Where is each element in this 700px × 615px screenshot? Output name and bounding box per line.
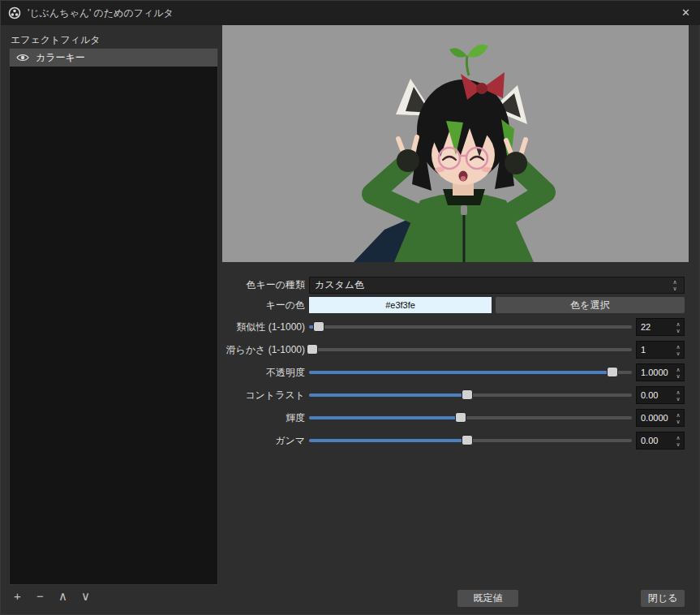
similarity-label: 類似性 (1-1000) bbox=[167, 321, 305, 333]
slider-fill bbox=[309, 371, 612, 374]
remove-filter-button[interactable]: − bbox=[33, 587, 47, 605]
slider-handle[interactable] bbox=[462, 435, 473, 445]
effect-filters-header: エフェクトフィルタ bbox=[11, 33, 101, 47]
similarity-value: 22 bbox=[637, 319, 672, 335]
opacity-value: 1.0000 bbox=[637, 364, 672, 381]
opacity-slider[interactable] bbox=[309, 363, 632, 381]
character-illustration bbox=[222, 25, 689, 262]
smoothness-spinbox[interactable]: 1 ∧∨ bbox=[636, 341, 685, 359]
spinner-arrows-icon[interactable]: ∧∨ bbox=[672, 432, 684, 449]
filter-list[interactable]: カラーキー bbox=[9, 48, 218, 585]
spinner-arrows-icon[interactable]: ∧∨ bbox=[672, 364, 684, 381]
eye-icon[interactable] bbox=[16, 53, 29, 62]
similarity-slider[interactable] bbox=[309, 318, 632, 336]
minus-icon: − bbox=[37, 589, 44, 603]
brightness-label: 輝度 bbox=[167, 412, 305, 424]
gamma-slider[interactable] bbox=[309, 432, 632, 449]
slider-handle[interactable] bbox=[455, 412, 466, 423]
plus-icon: + bbox=[14, 589, 21, 603]
opacity-label: 不透明度 bbox=[167, 367, 305, 378]
filters-dialog: 'じぶんちゃん' のためのフィルタ ✕ エフェクトフィルタ カラーキー + − … bbox=[0, 0, 700, 615]
slider-fill bbox=[309, 394, 467, 397]
combo-selected-value: カスタム色 bbox=[315, 277, 364, 293]
spinner-arrows-icon[interactable]: ∧∨ bbox=[672, 319, 684, 335]
chevron-down-icon: ∨ bbox=[81, 589, 90, 603]
spinner-arrows-icon[interactable]: ∧∨ bbox=[672, 342, 684, 358]
brightness-spinbox[interactable]: 0.0000 ∧∨ bbox=[636, 409, 685, 427]
gamma-spinbox[interactable]: 0.00 ∧∨ bbox=[636, 432, 685, 449]
key-color-label: キーの色 bbox=[167, 299, 305, 311]
spinner-arrows-icon[interactable]: ∧∨ bbox=[672, 387, 684, 403]
opacity-spinbox[interactable]: 1.0000 ∧∨ bbox=[636, 363, 685, 381]
smoothness-label: 滑らかさ (1-1000) bbox=[167, 344, 305, 355]
spinner-arrows-icon[interactable]: ∧∨ bbox=[672, 410, 684, 426]
move-filter-up-button[interactable]: ∧ bbox=[56, 587, 70, 605]
slider-handle[interactable] bbox=[607, 367, 618, 377]
slider-fill bbox=[309, 439, 467, 442]
key-color-value: #e3f3fe bbox=[385, 300, 415, 310]
dialog-title: 'じぶんちゃん' のためのフィルタ bbox=[28, 6, 174, 20]
close-icon[interactable]: ✕ bbox=[681, 1, 690, 25]
brightness-value: 0.0000 bbox=[637, 410, 672, 426]
slider-track[interactable] bbox=[309, 348, 632, 351]
move-filter-down-button[interactable]: ∨ bbox=[79, 587, 92, 605]
contrast-spinbox[interactable]: 0.00 ∧∨ bbox=[636, 386, 685, 404]
key-color-swatch[interactable]: #e3f3fe bbox=[309, 297, 492, 313]
gamma-value: 0.00 bbox=[637, 432, 672, 449]
gamma-label: ガンマ bbox=[167, 435, 305, 446]
slider-track[interactable] bbox=[309, 325, 632, 329]
chevron-up-icon: ∧ bbox=[58, 589, 67, 603]
close-button[interactable]: 閉じる bbox=[641, 590, 685, 607]
slider-fill bbox=[309, 416, 461, 419]
slider-handle[interactable] bbox=[313, 321, 324, 332]
filter-item-color-key[interactable]: カラーキー bbox=[10, 49, 217, 67]
slider-handle[interactable] bbox=[307, 344, 318, 355]
smoothness-value: 1 bbox=[637, 342, 672, 358]
slider-handle[interactable] bbox=[462, 389, 473, 400]
contrast-slider[interactable] bbox=[309, 386, 632, 404]
combo-arrows-icon: ∧∨ bbox=[668, 277, 681, 293]
color-key-type-label: 色キーの種類 bbox=[167, 279, 305, 290]
obs-logo-icon bbox=[8, 6, 21, 19]
titlebar[interactable]: 'じぶんちゃん' のためのフィルタ ✕ bbox=[1, 1, 700, 25]
filter-item-label: カラーキー bbox=[36, 51, 85, 65]
smoothness-slider[interactable] bbox=[309, 341, 632, 359]
filter-list-toolbar: + − ∧ ∨ bbox=[11, 587, 92, 605]
brightness-slider[interactable] bbox=[309, 409, 632, 427]
color-key-type-select[interactable]: カスタム色 ∧∨ bbox=[309, 277, 685, 294]
filter-preview-area bbox=[222, 25, 689, 262]
similarity-spinbox[interactable]: 22 ∧∨ bbox=[636, 318, 685, 336]
defaults-button[interactable]: 既定値 bbox=[457, 590, 518, 607]
contrast-value: 0.00 bbox=[637, 387, 672, 403]
select-color-button[interactable]: 色を選択 bbox=[496, 297, 685, 313]
contrast-label: コントラスト bbox=[167, 389, 305, 401]
add-filter-button[interactable]: + bbox=[11, 587, 24, 605]
